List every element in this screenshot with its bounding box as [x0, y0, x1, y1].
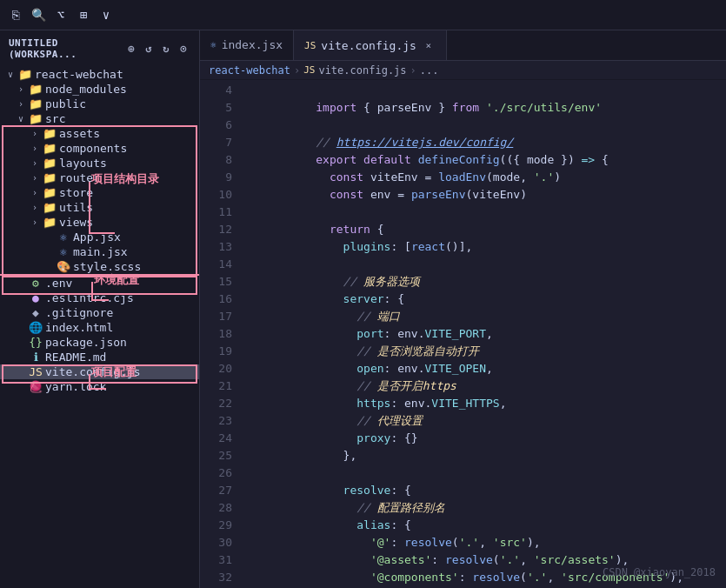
new-file-icon[interactable]: ⊕ — [124, 42, 138, 56]
sidebar-item-router[interactable]: › 📁 router — [0, 170, 199, 185]
code-line: // 服务器选项 — [248, 256, 717, 273]
code-line: return { — [248, 204, 717, 221]
main-layout: UNTITLED (WORKSPA... ⊕ ↺ ↻ ⊙ ∨ 📁 react-w… — [0, 30, 726, 588]
sidebar-item-public[interactable]: › 📁 public — [0, 97, 199, 111]
expand-arrow: › — [28, 158, 42, 168]
sidebar-item-app-jsx[interactable]: ⚛ App.jsx — [0, 230, 199, 244]
top-toolbar: ⎘ 🔍 ⌥ ⊞ ∨ — [0, 0, 726, 30]
sidebar-item-components[interactable]: › 📁 components — [0, 141, 199, 156]
sidebar-item-index-html[interactable]: 🌐 index.html — [0, 320, 199, 335]
line-numbers: 4 5 6 7 8 9 10 11 12 13 14 15 16 17 18 1… — [200, 80, 239, 588]
sidebar-item-react-webchat[interactable]: ∨ 📁 react-webchat — [0, 67, 199, 82]
sidebar-item-yarn-lock[interactable]: 🧶 yarn.lock — [0, 379, 199, 394]
expand-arrow: › — [28, 188, 42, 197]
breadcrumb-root: react-webchat — [209, 64, 290, 77]
yarn-file-icon: 🧶 — [28, 380, 43, 393]
sidebar-item-vite-config[interactable]: JS vite.config.js — [0, 364, 199, 379]
redo-icon[interactable]: ↻ — [159, 42, 173, 56]
line-num: 5 — [200, 99, 232, 117]
html-file-icon: 🌐 — [28, 321, 43, 334]
line-num: 18 — [200, 325, 232, 343]
editor-area: ⚛ index.jsx JS vite.config.js × react-we… — [200, 30, 726, 588]
sidebar-item-label: .env — [45, 277, 199, 290]
code-editor: 4 5 6 7 8 9 10 11 12 13 14 15 16 17 18 1… — [200, 80, 726, 588]
collapse-icon[interactable]: ⊙ — [177, 42, 190, 56]
line-num: 8 — [200, 151, 232, 169]
line-num: 25 — [200, 447, 232, 464]
sidebar-item-eslintrc[interactable]: ● .eslintrc.cjs — [0, 291, 199, 305]
tab-label: index.jsx — [222, 38, 283, 51]
tab-index-jsx[interactable]: ⚛ index.jsx — [200, 30, 294, 60]
sidebar-item-views[interactable]: › 📁 views — [0, 215, 199, 230]
sidebar-item-label: public — [45, 97, 199, 110]
tab-close-button[interactable]: × — [422, 38, 436, 52]
sidebar-item-package-json[interactable]: {} package.json — [0, 335, 199, 350]
code-line: resolve: { — [248, 464, 717, 482]
line-num: 6 — [200, 117, 232, 134]
env-section: ⚙ .env — [0, 276, 199, 291]
code-line: import { parseEnv } from './src/utils/en… — [248, 82, 717, 99]
branch-icon[interactable]: ⌥ — [52, 6, 70, 23]
grid-icon[interactable]: ⊞ — [75, 6, 92, 23]
line-num: 10 — [200, 186, 232, 204]
sidebar-item-utils[interactable]: › 📁 utils — [0, 200, 199, 215]
sidebar-item-layouts[interactable]: › 📁 layouts — [0, 156, 199, 170]
json-file-icon: {} — [28, 336, 43, 349]
folder-icon: 📁 — [28, 112, 43, 125]
sidebar-item-readme[interactable]: ℹ README.md — [0, 350, 199, 364]
sidebar-item-node-modules[interactable]: › 📁 node_modules — [0, 82, 199, 97]
git-file-icon: ◆ — [28, 306, 43, 319]
folder-icon: 📁 — [42, 171, 57, 184]
code-content[interactable]: import { parseEnv } from './src/utils/en… — [239, 80, 726, 588]
sidebar-item-label: .gitignore — [45, 306, 199, 319]
sidebar-item-label: layouts — [59, 157, 199, 170]
sidebar-item-label: package.json — [45, 336, 199, 349]
sidebar-item-label: .eslintrc.cjs — [45, 291, 199, 304]
sidebar-item-label: README.md — [45, 351, 199, 364]
js-tab-icon: JS — [304, 40, 316, 51]
refresh-icon[interactable]: ↺ — [142, 42, 156, 56]
vite-config-section: JS vite.config.js — [0, 364, 199, 379]
line-num: 22 — [200, 395, 232, 412]
line-num: 20 — [200, 360, 232, 378]
line-num: 21 — [200, 378, 232, 395]
search-icon[interactable]: 🔍 — [30, 6, 47, 23]
tab-vite-config[interactable]: JS vite.config.js × — [294, 30, 447, 60]
sidebar-item-src[interactable]: ∨ 📁 src — [0, 111, 199, 126]
sidebar-item-label: App.jsx — [73, 231, 199, 244]
sidebar-item-label: assets — [59, 127, 199, 140]
sidebar-item-label: components — [59, 142, 199, 155]
folder-icon: 📁 — [42, 127, 57, 140]
sidebar-item-gitignore[interactable]: ◆ .gitignore — [0, 305, 199, 320]
sidebar-item-store[interactable]: › 📁 store — [0, 185, 199, 200]
jsx-file-icon: ⚛ — [56, 231, 71, 244]
scss-file-icon: 🎨 — [56, 260, 71, 273]
expand-arrow: ∨ — [14, 114, 28, 124]
line-num: 27 — [200, 482, 232, 499]
sidebar-item-style-scss[interactable]: 🎨 style.scss — [0, 259, 199, 276]
chevron-down-icon[interactable]: ∨ — [97, 6, 115, 23]
line-num: 24 — [200, 430, 232, 447]
line-num: 28 — [200, 499, 232, 517]
expand-arrow: › — [28, 173, 42, 183]
sidebar-item-main-jsx[interactable]: ⚛ main.jsx — [0, 244, 199, 259]
jsx-tab-icon: ⚛ — [210, 39, 216, 50]
expand-arrow: › — [28, 144, 42, 153]
folder-icon: 📁 — [42, 142, 57, 155]
sidebar-item-env[interactable]: ⚙ .env — [0, 276, 199, 291]
line-num: 13 — [200, 238, 232, 256]
line-num: 19 — [200, 343, 232, 360]
folder-icon: 📁 — [28, 83, 43, 96]
folder-icon: 📁 — [42, 201, 57, 214]
line-num: 14 — [200, 256, 232, 273]
breadcrumb-file: vite.config.js — [318, 64, 406, 77]
breadcrumb-sep2: › — [410, 64, 416, 77]
src-children: › 📁 assets › 📁 components › 📁 layouts — [0, 126, 199, 276]
sidebar-tree: ∨ 📁 react-webchat › 📁 node_modules › 📁 p… — [0, 67, 199, 588]
sidebar-item-label: node_modules — [45, 83, 199, 96]
copy-icon[interactable]: ⎘ — [7, 6, 24, 23]
sidebar-item-assets[interactable]: › 📁 assets — [0, 126, 199, 141]
sidebar-item-label: router — [59, 171, 199, 184]
sidebar-item-label: main.jsx — [73, 245, 199, 258]
breadcrumb-more: ... — [420, 64, 439, 77]
